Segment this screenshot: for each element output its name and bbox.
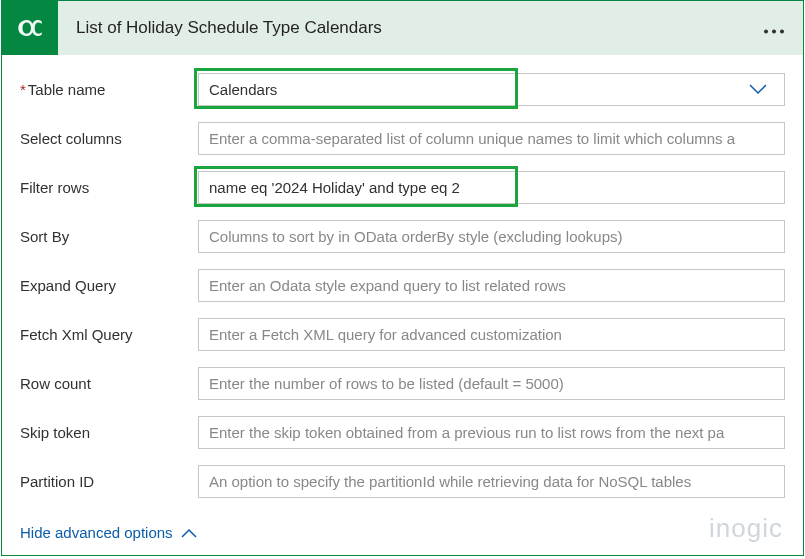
- label-sort-by: Sort By: [20, 228, 198, 245]
- row-row-count: Row count Enter the number of rows to be…: [20, 367, 785, 400]
- hide-advanced-toggle[interactable]: Hide advanced options: [20, 524, 197, 541]
- ellipsis-icon: [763, 29, 785, 35]
- svg-point-1: [772, 30, 776, 34]
- label-row-count: Row count: [20, 375, 198, 392]
- row-filter-rows: Filter rows name eq '2024 Holiday' and t…: [20, 171, 785, 204]
- label-expand-query: Expand Query: [20, 277, 198, 294]
- table-name-value: Calendars: [209, 81, 277, 98]
- chevron-up-icon: [181, 528, 197, 538]
- filter-rows-value: name eq '2024 Holiday' and type eq 2: [209, 179, 460, 196]
- chevron-down-icon[interactable]: [749, 82, 767, 98]
- svg-point-2: [780, 30, 784, 34]
- row-partition-id: Partition ID An option to specify the pa…: [20, 465, 785, 498]
- skip-token-input[interactable]: Enter the skip token obtained from a pre…: [198, 416, 785, 449]
- label-table-name: *Table name: [20, 81, 198, 98]
- toggle-label: Hide advanced options: [20, 524, 173, 541]
- connector-icon-box: [2, 1, 58, 55]
- sort-by-input[interactable]: Columns to sort by in OData orderBy styl…: [198, 220, 785, 253]
- row-table-name: *Table name Calendars: [20, 73, 785, 106]
- row-fetch-xml: Fetch Xml Query Enter a Fetch XML query …: [20, 318, 785, 351]
- card-body: *Table name Calendars Select columns Ent…: [2, 55, 803, 518]
- card-menu-button[interactable]: [763, 17, 785, 40]
- svg-point-0: [764, 30, 768, 34]
- label-skip-token: Skip token: [20, 424, 198, 441]
- label-select-columns: Select columns: [20, 130, 198, 147]
- label-partition-id: Partition ID: [20, 473, 198, 490]
- row-sort-by: Sort By Columns to sort by in OData orde…: [20, 220, 785, 253]
- partition-id-input[interactable]: An option to specify the partitionId whi…: [198, 465, 785, 498]
- label-text: Table name: [28, 81, 106, 98]
- row-skip-token: Skip token Enter the skip token obtained…: [20, 416, 785, 449]
- filter-rows-input[interactable]: name eq '2024 Holiday' and type eq 2: [198, 171, 785, 204]
- required-indicator: *: [20, 81, 26, 98]
- table-name-dropdown[interactable]: Calendars: [198, 73, 785, 106]
- card-title[interactable]: List of Holiday Schedule Type Calendars: [76, 18, 382, 38]
- label-fetch-xml: Fetch Xml Query: [20, 326, 198, 343]
- card-header: List of Holiday Schedule Type Calendars: [2, 1, 803, 55]
- select-columns-input[interactable]: Enter a comma-separated list of column u…: [198, 122, 785, 155]
- row-select-columns: Select columns Enter a comma-separated l…: [20, 122, 785, 155]
- action-card: List of Holiday Schedule Type Calendars …: [1, 0, 804, 556]
- expand-query-input[interactable]: Enter an Odata style expand query to lis…: [198, 269, 785, 302]
- row-count-input[interactable]: Enter the number of rows to be listed (d…: [198, 367, 785, 400]
- row-expand-query: Expand Query Enter an Odata style expand…: [20, 269, 785, 302]
- dataverse-icon: [15, 13, 45, 43]
- label-filter-rows: Filter rows: [20, 179, 198, 196]
- fetch-xml-input[interactable]: Enter a Fetch XML query for advanced cus…: [198, 318, 785, 351]
